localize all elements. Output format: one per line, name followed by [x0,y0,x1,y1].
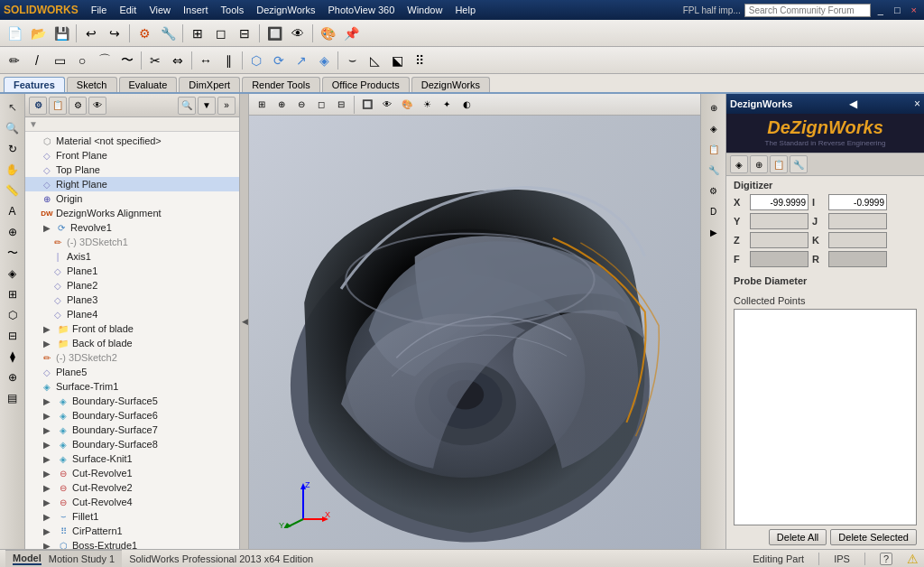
explode-btn[interactable]: ⊟ [3,326,23,346]
tab-dezignworks[interactable]: DezignWorks [411,77,490,92]
delete-selected-button[interactable]: Delete Selected [830,529,917,545]
chamfer-btn[interactable]: ◺ [364,50,385,71]
ft-cirpattern1[interactable]: ▶ ⠿ CirPattern1 [25,524,239,538]
revolve-btn[interactable]: ⟳ [268,50,290,71]
ft-cut-revolve2[interactable]: ▶ ⊖ Cut-Revolve2 [25,480,239,495]
add-relation-btn[interactable]: ∥ [217,50,239,71]
menu-window[interactable]: Window [402,3,448,17]
community-search[interactable] [744,4,871,17]
rt-btn-5[interactable]: ⚙ [704,181,724,200]
ft-boss-extrude1[interactable]: ▶ ⬡ Boss-Extrude1 [25,538,239,549]
config-tab-btn[interactable]: ⚙ [69,97,87,115]
model-tab[interactable]: Model [13,553,42,565]
tab-office[interactable]: Office Products [322,77,410,92]
menu-edit[interactable]: Edit [114,3,142,17]
vp-zoom-out[interactable]: ⊖ [292,96,310,114]
ft-boundary5[interactable]: ▶ ◈ Boundary-Surface5 [25,394,239,408]
ft-origin[interactable]: ⊕ Origin [25,191,239,206]
ft-plane2[interactable]: ◇ Plane2 [25,278,239,293]
vp-zoom-in[interactable]: ⊕ [273,96,291,114]
rt-btn-7[interactable]: ▶ [704,222,724,242]
ft-cut-revolve4[interactable]: ▶ ⊖ Cut-Revolve4 [25,495,239,509]
section-view-button[interactable]: ⊟ [234,23,255,44]
rt-btn-3[interactable]: 📋 [704,139,724,159]
extrude-btn[interactable]: ⬡ [245,50,267,71]
vp-realview[interactable]: ✦ [438,96,456,114]
ft-boundary7[interactable]: ▶ ◈ Boundary-Surface7 [25,423,239,437]
mirror-btn[interactable]: ⇔ [167,50,189,71]
vp-apply-scene[interactable]: ☀ [418,96,436,114]
ft-plane5[interactable]: ◇ Plane5 [25,365,239,379]
ft-plane4[interactable]: ◇ Plane4 [25,307,239,321]
rp-unpin-btn[interactable]: ◀ [849,98,857,110]
ft-surface-knit1[interactable]: ▶ ◈ Surface-Knit1 [25,451,239,466]
mold-btn[interactable]: ⬡ [3,305,23,325]
trim-btn[interactable]: ✂ [144,50,166,71]
ft-top-plane[interactable]: ◇ Top Plane [25,163,239,177]
ft-axis1[interactable]: | Axis1 [25,249,239,264]
sketch-btn[interactable]: ✏ [4,50,25,71]
rt-btn-1[interactable]: ⊕ [704,98,724,117]
filter-btn[interactable]: ▼ [198,97,216,115]
new-button[interactable]: 📄 [4,23,25,44]
rp-close-btn[interactable]: × [914,98,920,110]
ft-material[interactable]: ⬡ Material <not specified> [25,134,239,148]
smart-dim-btn[interactable]: ↔ [195,50,217,71]
rpt-btn4[interactable]: 🔧 [790,155,808,173]
rpt-btn3[interactable]: 📋 [770,155,788,173]
rt-btn-4[interactable]: 🔧 [704,160,724,180]
rt-btn-2[interactable]: ◈ [704,118,724,138]
expand-panel-btn[interactable]: » [217,97,236,115]
x-input[interactable] [750,194,808,210]
undo-button[interactable]: ↩ [80,23,102,44]
ft-plane3[interactable]: ◇ Plane3 [25,293,239,307]
fasteners-btn[interactable]: ⊕ [3,367,23,387]
ft-cut-revolve1[interactable]: ▶ ⊖ Cut-Revolve1 [25,466,239,480]
tab-sketch[interactable]: Sketch [67,77,117,92]
bodies-btn[interactable]: ⧫ [3,347,23,367]
display-tab-btn[interactable]: 👁 [88,97,106,115]
pan-btn[interactable]: ✋ [3,160,23,180]
blocks-btn[interactable]: ▤ [3,388,23,408]
tab-features[interactable]: Features [4,77,65,92]
surface-btn[interactable]: ◈ [3,264,23,284]
minimize-button[interactable]: _ [874,5,887,15]
save-button[interactable]: 💾 [51,23,72,44]
annotation-btn[interactable]: A [3,201,23,221]
tab-dimxpert[interactable]: DimXpert [179,77,240,92]
menu-file[interactable]: File [86,3,113,17]
ft-front-blade[interactable]: ▶ 📁 Front of blade [25,321,239,336]
j-input[interactable] [828,213,887,229]
r-input[interactable] [828,251,887,267]
circle-btn[interactable]: ○ [71,50,93,71]
ft-boundary6[interactable]: ▶ ◈ Boundary-Surface6 [25,408,239,423]
help-button[interactable]: ? [880,553,892,565]
select-btn[interactable]: ↖ [3,98,23,117]
maximize-button[interactable]: □ [891,5,904,15]
ft-plane1[interactable]: ◇ Plane1 [25,264,239,278]
view-orient-button[interactable]: ◻ [210,23,232,44]
display-style-btn[interactable]: 🔲 [263,23,285,44]
edit-appearance-btn[interactable]: 🎨 [317,23,338,44]
k-input[interactable] [828,232,887,248]
menu-dezignworks[interactable]: DezignWorks [251,3,320,17]
rotate-btn[interactable]: ↻ [3,139,23,159]
reference-btn[interactable]: ⊕ [3,222,23,242]
ft-fillet1[interactable]: ▶ ⌣ Fillet1 [25,509,239,524]
vp-zoom-fit[interactable]: ⊞ [253,96,271,114]
line-btn[interactable]: / [26,50,48,71]
menu-view[interactable]: View [143,3,176,17]
sweep-btn[interactable]: ↗ [291,50,312,71]
viewport[interactable]: ⊞ ⊕ ⊖ ◻ ⊟ 🔲 👁 🎨 ☀ ✦ ◐ [249,94,700,549]
measure-btn[interactable]: 📏 [3,181,23,200]
i-input[interactable] [828,194,887,210]
vp-appearance[interactable]: 🎨 [398,96,416,114]
menu-help[interactable]: Help [449,3,481,17]
ft-back-blade[interactable]: ▶ 📁 Back of blade [25,336,239,350]
ft-front-plane[interactable]: ◇ Front Plane [25,148,239,163]
ft-dw-alignment[interactable]: DW DezignWorks Alignment [25,206,239,220]
vp-display[interactable]: 🔲 [358,96,376,114]
ft-3dsketch2[interactable]: ✏ (-) 3DSketch2 [25,350,239,365]
vp-hide[interactable]: 👁 [378,96,396,114]
spline-btn[interactable]: 〜 [116,50,138,71]
